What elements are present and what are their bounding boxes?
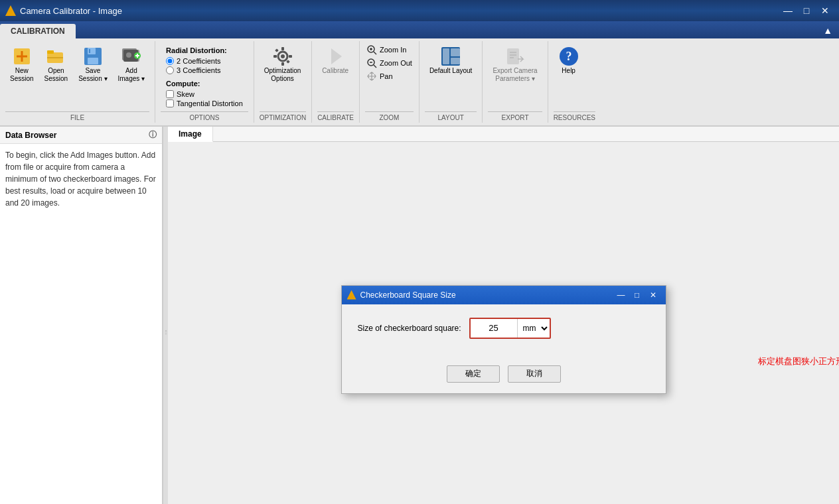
sidebar-header-controls: ⓘ — [149, 129, 157, 141]
radio-3coeff-label: 3 Coefficients — [177, 66, 220, 74]
sidebar-divider[interactable]: ⋮ — [163, 127, 168, 504]
main-area: Data Browser ⓘ To begin, click the Add I… — [0, 127, 839, 504]
skew-label: Skew — [177, 90, 194, 98]
dialog-maximize-btn[interactable]: □ — [630, 289, 645, 301]
sidebar-title: Data Browser — [5, 131, 56, 140]
radio-2coeff-label: 2 Coefficients — [177, 57, 220, 65]
confirm-button[interactable]: 确定 — [447, 365, 500, 383]
export-label: Export CameraParameters ▾ — [493, 67, 537, 83]
svg-rect-23 — [275, 48, 279, 52]
content-body: Checkerboard Square Size — □ ✕ Size of c… — [168, 142, 839, 504]
title-bar-left: Camera Calibrator - Image — [5, 5, 122, 16]
svg-rect-24 — [286, 60, 290, 64]
ribbon-section-calibrate: Calibrate CALIBRATE — [312, 41, 360, 123]
tangential-distortion-checkbox[interactable] — [166, 99, 174, 107]
dialog-overlay: Checkerboard Square Size — □ ✕ Size of c… — [168, 142, 839, 504]
calibrate-section-label: CALIBRATE — [317, 111, 354, 123]
ribbon-collapse-btn[interactable]: ▲ — [819, 24, 836, 37]
calibrate-label: Calibrate — [322, 67, 348, 75]
options-group: Radial Distortion: 2 Coefficients 3 Coef… — [161, 44, 248, 111]
export-section-label: EXPORT — [488, 111, 542, 123]
zoom-items: Zoom In Zoom Out Pan — [365, 41, 414, 111]
optimization-label: OptimizationOptions — [264, 67, 301, 83]
dialog-wrapper: Checkerboard Square Size — □ ✕ Size of c… — [341, 285, 666, 394]
sidebar-header: Data Browser ⓘ — [0, 127, 162, 144]
calibrate-button[interactable]: Calibrate — [317, 44, 353, 77]
dialog-input-group: mm cm m in — [469, 318, 551, 339]
ribbon-section-file: NewSession OpenSession SaveSession ▾ — [0, 41, 155, 123]
svg-rect-8 — [88, 58, 98, 64]
radial-distortion-label: Radial Distortion: — [166, 46, 243, 54]
svg-marker-25 — [331, 48, 342, 64]
title-bar: Camera Calibrator - Image — □ ✕ — [0, 0, 839, 21]
optimization-items: OptimizationOptions — [260, 41, 306, 111]
save-session-button[interactable]: SaveSession ▾ — [74, 44, 112, 85]
radio-3coeff-row[interactable]: 3 Coefficients — [166, 66, 243, 74]
unit-select[interactable]: mm cm m in — [517, 319, 550, 338]
cancel-button[interactable]: 取消 — [508, 365, 561, 383]
maximize-button[interactable]: □ — [798, 4, 815, 17]
open-session-button[interactable]: OpenSession — [40, 44, 73, 85]
radio-2coeff-row[interactable]: 2 Coefficients — [166, 57, 243, 65]
optimization-icon — [272, 46, 293, 67]
resources-section-label: RESOURCES — [554, 111, 595, 123]
resources-items: ? Help — [554, 41, 595, 111]
checkerboard-dialog: Checkerboard Square Size — □ ✕ Size of c… — [341, 285, 666, 394]
pan-label: Pan — [380, 72, 393, 80]
export-params-button[interactable]: Export CameraParameters ▾ — [488, 44, 542, 85]
ribbon-section-export: Export CameraParameters ▾ EXPORT — [483, 41, 548, 123]
tab-image[interactable]: Image — [168, 127, 213, 142]
dialog-matlab-icon — [347, 290, 356, 300]
zoom-out-button[interactable]: Zoom Out — [365, 57, 414, 69]
help-label: Help — [562, 67, 575, 75]
dialog-title-left: Checkerboard Square Size — [347, 290, 456, 300]
add-images-button[interactable]: AddImages ▾ — [114, 44, 150, 85]
window-controls: — □ ✕ — [779, 4, 834, 17]
zoom-out-label: Zoom Out — [380, 59, 412, 67]
pan-button[interactable]: Pan — [365, 70, 394, 82]
skew-checkbox[interactable] — [166, 90, 174, 98]
zoom-in-button[interactable]: Zoom In — [365, 44, 408, 56]
radio-2coeff[interactable] — [166, 57, 174, 65]
svg-rect-36 — [451, 58, 460, 64]
layout-items: Default Layout — [425, 41, 477, 111]
default-layout-button[interactable]: Default Layout — [425, 44, 477, 77]
close-button[interactable]: ✕ — [816, 4, 834, 17]
tab-calibration[interactable]: CALIBRATION — [0, 24, 76, 38]
ribbon-section-options: Radial Distortion: 2 Coefficients 3 Coef… — [155, 41, 254, 123]
sidebar-help-icon[interactable]: ⓘ — [149, 129, 157, 141]
tangential-distortion-label: Tangential Distortion — [177, 99, 243, 107]
zoom-in-label: Zoom In — [380, 46, 406, 54]
pan-icon — [366, 71, 377, 82]
file-section-label: FILE — [5, 111, 149, 123]
content-area: Image Checkerboard Square Size — — [168, 127, 839, 504]
svg-line-31 — [374, 65, 376, 68]
svg-rect-37 — [507, 48, 519, 64]
dialog-minimize-btn[interactable]: — — [614, 289, 629, 301]
svg-rect-19 — [281, 47, 284, 50]
layout-icon — [440, 46, 461, 67]
svg-rect-4 — [47, 50, 54, 54]
tangential-distortion-row[interactable]: Tangential Distortion — [166, 99, 243, 107]
skew-row[interactable]: Skew — [166, 90, 243, 98]
zoom-section-label: ZOOM — [365, 111, 414, 123]
open-session-icon — [45, 46, 66, 67]
layout-section-label: LAYOUT — [425, 111, 477, 123]
dialog-close-btn[interactable]: ✕ — [646, 289, 660, 301]
square-size-input[interactable] — [471, 319, 517, 338]
layout-label: Default Layout — [429, 67, 473, 75]
ribbon-section-layout: Default Layout LAYOUT — [420, 41, 483, 123]
options-section-label: OPTIONS — [161, 111, 248, 123]
new-session-button[interactable]: NewSession — [5, 44, 38, 85]
help-icon: ? — [558, 46, 579, 67]
optimization-options-button[interactable]: OptimizationOptions — [260, 44, 306, 85]
dialog-title-text: Checkerboard Square Size — [360, 290, 456, 300]
zoom-in-icon — [366, 44, 377, 55]
new-session-label: NewSession — [10, 67, 34, 83]
chinese-tooltip: 标定棋盘图狭小正方形的真实值 — [758, 355, 840, 367]
minimize-button[interactable]: — — [779, 4, 797, 17]
dialog-label: Size of checkerboard square: — [358, 324, 461, 333]
help-button[interactable]: ? Help — [554, 44, 584, 77]
dialog-body: Size of checkerboard square: mm cm m in — [342, 304, 666, 365]
radio-3coeff[interactable] — [166, 66, 174, 74]
